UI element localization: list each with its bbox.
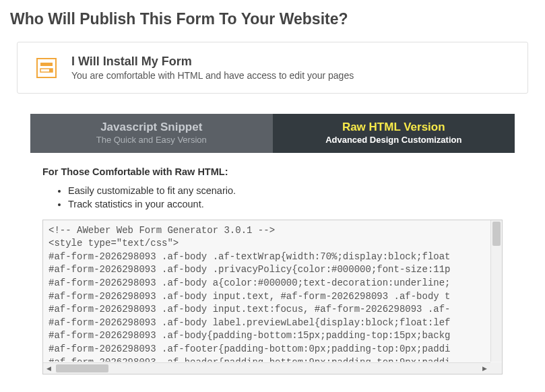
scrollbar-corner xyxy=(490,362,502,374)
svg-rect-0 xyxy=(37,59,56,77)
scroll-left-icon[interactable]: ◀ xyxy=(43,363,55,374)
scrollbar-thumb[interactable] xyxy=(492,222,501,246)
tab-title: Raw HTML Version xyxy=(280,121,509,134)
tab-title: Javascript Snippet xyxy=(37,121,266,134)
tabs: Javascript Snippet The Quick and Easy Ve… xyxy=(30,114,515,153)
code-container: ◀ ▶ xyxy=(42,220,503,374)
content-heading: For Those Comfortable with Raw HTML: xyxy=(42,166,503,177)
svg-rect-3 xyxy=(49,69,53,72)
svg-rect-1 xyxy=(40,63,53,66)
tab-raw-html-version[interactable]: Raw HTML Version Advanced Design Customi… xyxy=(273,114,515,153)
scrollbar-thumb[interactable] xyxy=(56,364,108,372)
scroll-right-icon[interactable]: ▶ xyxy=(479,363,490,374)
install-option-card[interactable]: I Will Install My Form You are comfortab… xyxy=(17,42,528,94)
card-title: I Will Install My Form xyxy=(71,55,354,69)
benefits-list: Easily customizable to fit any scenario.… xyxy=(68,184,503,211)
vertical-scrollbar[interactable] xyxy=(490,220,502,362)
form-icon xyxy=(34,55,59,81)
list-item: Track statistics in your account. xyxy=(68,197,503,211)
tab-subtitle: The Quick and Easy Version xyxy=(37,135,266,145)
page-title: Who Will Publish This Form To Your Websi… xyxy=(10,10,535,28)
tab-subtitle: Advanced Design Customization xyxy=(280,135,509,145)
html-code-textarea[interactable] xyxy=(43,220,502,362)
horizontal-scrollbar[interactable]: ◀ ▶ xyxy=(43,362,490,374)
tab-javascript-snippet[interactable]: Javascript Snippet The Quick and Easy Ve… xyxy=(30,114,273,153)
card-subtitle: You are comfortable with HTML and have a… xyxy=(71,70,354,81)
list-item: Easily customizable to fit any scenario. xyxy=(68,184,503,197)
